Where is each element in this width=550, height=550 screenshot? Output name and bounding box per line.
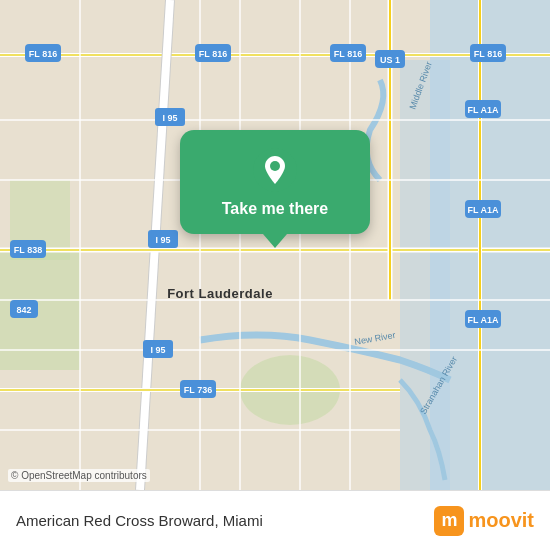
- svg-text:FL 816: FL 816: [29, 49, 57, 59]
- svg-text:FL A1A: FL A1A: [467, 105, 499, 115]
- location-pin-icon: [253, 148, 297, 192]
- moovit-logo: m moovit: [434, 506, 534, 536]
- svg-text:FL 816: FL 816: [334, 49, 362, 59]
- svg-text:FL 736: FL 736: [184, 385, 212, 395]
- svg-text:FL A1A: FL A1A: [467, 315, 499, 325]
- svg-text:I 95: I 95: [155, 235, 170, 245]
- map-attribution: © OpenStreetMap contributors: [8, 469, 150, 482]
- svg-text:FL A1A: FL A1A: [467, 205, 499, 215]
- svg-text:US 1: US 1: [380, 55, 400, 65]
- svg-point-59: [270, 161, 280, 171]
- moovit-icon: m: [434, 506, 464, 536]
- svg-text:FL 816: FL 816: [199, 49, 227, 59]
- take-me-there-button[interactable]: Take me there: [180, 130, 370, 234]
- svg-text:Fort Lauderdale: Fort Lauderdale: [167, 286, 273, 301]
- take-me-there-label: Take me there: [222, 200, 328, 218]
- svg-text:I 95: I 95: [162, 113, 177, 123]
- svg-text:FL 816: FL 816: [474, 49, 502, 59]
- svg-text:FL 838: FL 838: [14, 245, 42, 255]
- moovit-brand-name: moovit: [468, 509, 534, 532]
- bottom-bar: American Red Cross Broward, Miami m moov…: [0, 490, 550, 550]
- svg-text:842: 842: [16, 305, 31, 315]
- svg-rect-2: [400, 60, 450, 490]
- map-container: FL 816 FL 816 FL 816 FL 816 I 95 I 95 I …: [0, 0, 550, 490]
- svg-text:I 95: I 95: [150, 345, 165, 355]
- location-label: American Red Cross Broward, Miami: [16, 512, 263, 529]
